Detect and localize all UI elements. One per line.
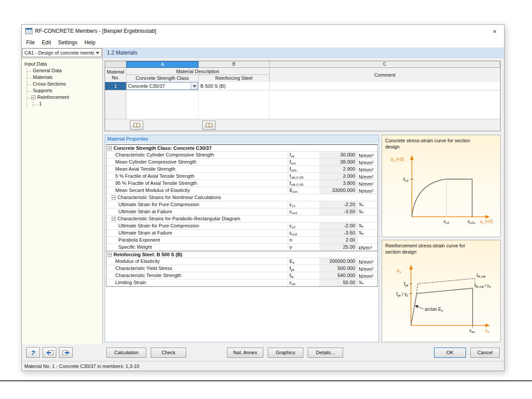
column-header-b[interactable]: B [199, 61, 270, 68]
group-label: Reinforcing Steel: B 500 S (B) [106, 251, 377, 258]
check-button[interactable]: Check [151, 348, 186, 358]
property-row: Ultimate Strain at Failureεcu2-3.50‰ [106, 230, 377, 237]
eps-c2-label: εc2 [444, 219, 449, 225]
ok-button[interactable]: OK [434, 348, 466, 358]
material-description-header-group: Material Description Concrete Strength C… [126, 68, 270, 82]
property-unit: N/mm2 [357, 265, 377, 272]
property-label: Ultimate Strain at Failure [106, 230, 288, 236]
menu-edit[interactable]: Edit [38, 38, 55, 47]
tree-item-cross-sections[interactable]: Cross-Sections [27, 81, 102, 87]
previous-table-button[interactable] [43, 347, 56, 358]
chevron-down-icon[interactable] [191, 82, 198, 90]
property-symbol: n [288, 237, 320, 243]
property-row: Parabola Exponentn2.00 [106, 237, 377, 244]
design-case-value: CA1 - Design of concrete memb [24, 50, 94, 55]
arctan-label: arctan Es [425, 307, 443, 313]
property-label: Mean Secant Modulus of Elasticity [106, 187, 288, 194]
graphics-button[interactable]: Graphics [268, 348, 303, 358]
property-value: 3.800 [320, 180, 357, 187]
table-corner-cell[interactable] [105, 61, 126, 68]
material-no-header: Material No. [105, 68, 126, 82]
fcd-label: -fcd [402, 177, 408, 183]
property-value: 25.00 [320, 244, 357, 250]
tree-item-materials[interactable]: Materials [27, 74, 102, 81]
property-label: Ultimate Strain at Failure [106, 208, 288, 215]
menu-help[interactable]: Help [81, 38, 99, 47]
property-row: Mean Cylinder Compressive Strengthfcm38.… [106, 159, 377, 166]
ftk-cal-label: ftk,cal [477, 273, 485, 278]
property-value: 2.900 [320, 166, 357, 172]
next-table-button[interactable] [59, 347, 73, 358]
design-curve [411, 288, 473, 325]
tree-item-supports[interactable]: Supports [27, 87, 102, 94]
collapse-icon[interactable] [31, 95, 35, 99]
comment-cell[interactable] [270, 82, 500, 90]
collapse-icon[interactable] [112, 196, 116, 200]
property-symbol: εc2 [288, 223, 320, 229]
y-axis-arrow-icon [410, 155, 414, 160]
concrete-library-button[interactable] [130, 121, 143, 130]
column-header-a[interactable]: A [126, 61, 199, 68]
table-header-row: Material No. Material Description Concre… [105, 68, 500, 82]
arrow-left-icon [46, 350, 54, 356]
details-button[interactable]: Details... [308, 348, 343, 358]
property-row: Characteristic Cylinder Compressive Stre… [106, 152, 377, 159]
title-bar[interactable]: RF-CONCRETE Members - [Beispiel Ergebnis… [22, 25, 504, 37]
property-unit: N/mm2 [357, 187, 377, 194]
concrete-class-combo[interactable]: Concrete C30/37 [126, 82, 198, 90]
tree-item-label: Materials [33, 74, 53, 80]
fyk-label: fyk [404, 282, 409, 287]
eps-c-axis-label: εc (<0) [480, 219, 493, 225]
reinforcing-steel-cell[interactable]: B 500 S (B) [199, 82, 270, 90]
diagram-column: Concrete stress-strain curve for section… [382, 135, 501, 342]
properties-table-body: Concrete Strength Class: Concrete C30/37… [106, 144, 378, 287]
tree-item-input-data[interactable]: Input Data [23, 61, 102, 67]
chevron-down-icon[interactable] [94, 49, 101, 56]
eps-c2u-label: εc2u [468, 219, 475, 225]
question-icon: ? [31, 349, 35, 356]
book-icon [133, 122, 141, 128]
property-unit: N/mm2 [357, 180, 377, 187]
tree-children: General Data Materials Cross-Sections Su… [27, 67, 102, 107]
tree-grandchildren: 1 [33, 101, 102, 107]
empty-table-rows[interactable] [105, 90, 500, 119]
property-row: Ultimate Strain at Failureεcu1-3.50‰ [106, 208, 377, 215]
nat-annex-button[interactable]: Nat. Annex [227, 348, 263, 358]
property-group-row[interactable]: Characteristic Strains for Parabolic-Rec… [106, 215, 377, 223]
collapse-icon[interactable] [108, 253, 112, 257]
design-case-select[interactable]: CA1 - Design of concrete memb [22, 48, 102, 57]
main-content: A B C Material No. Material Description … [103, 58, 504, 344]
concrete-diagram-title: Concrete stress-strain curve for section… [385, 137, 478, 150]
cancel-button[interactable]: Cancel [470, 348, 500, 358]
property-label: Characteristic Yield Stress [106, 265, 288, 272]
menu-file[interactable]: File [23, 38, 38, 47]
property-label: Modulus of Elasticity [106, 258, 288, 265]
property-group-row[interactable]: Reinforcing Steel: B 500 S (B) [106, 251, 377, 258]
property-group-row[interactable]: Characteristic Strains for Nonlinear Cal… [106, 194, 377, 201]
group-label-text: Characteristic Strains for Nonlinear Cal… [117, 194, 221, 201]
calculation-button[interactable]: Calculation [106, 348, 146, 358]
menu-settings[interactable]: Settings [55, 38, 81, 47]
eps-su-label: εsu [469, 328, 475, 334]
group-label-text: Reinforcing Steel: B 500 S (B) [113, 251, 182, 258]
characteristic-curve [417, 278, 475, 293]
collapse-icon[interactable] [108, 146, 112, 150]
material-row-number[interactable]: 1 [105, 82, 126, 90]
tree-item-general-data[interactable]: General Data [27, 67, 102, 74]
collapse-icon[interactable] [112, 217, 116, 221]
column-header-c[interactable]: C [270, 61, 500, 68]
property-row: Ultimate Strain for Pure Compressionεc2-… [106, 223, 377, 230]
group-label: Characteristic Strains for Nonlinear Cal… [106, 194, 377, 201]
help-button[interactable]: ? [26, 347, 40, 358]
property-value: 200000.000 [320, 258, 357, 265]
property-value: -3.50 [320, 208, 357, 215]
tree-item-reinforcement[interactable]: Reinforcement [27, 94, 102, 101]
property-group-row[interactable]: Concrete Strength Class: Concrete C30/37 [106, 145, 377, 152]
property-unit: N/mm2 [357, 173, 377, 180]
group-label: Concrete Strength Class: Concrete C30/37 [106, 145, 377, 151]
close-button[interactable]: × [487, 26, 502, 36]
tree-item-reinforcement-1[interactable]: 1 [33, 101, 102, 107]
steel-library-button[interactable] [202, 121, 215, 130]
concrete-class-value: Concrete C30/37 [127, 82, 191, 90]
property-value: 2.000 [320, 173, 357, 180]
